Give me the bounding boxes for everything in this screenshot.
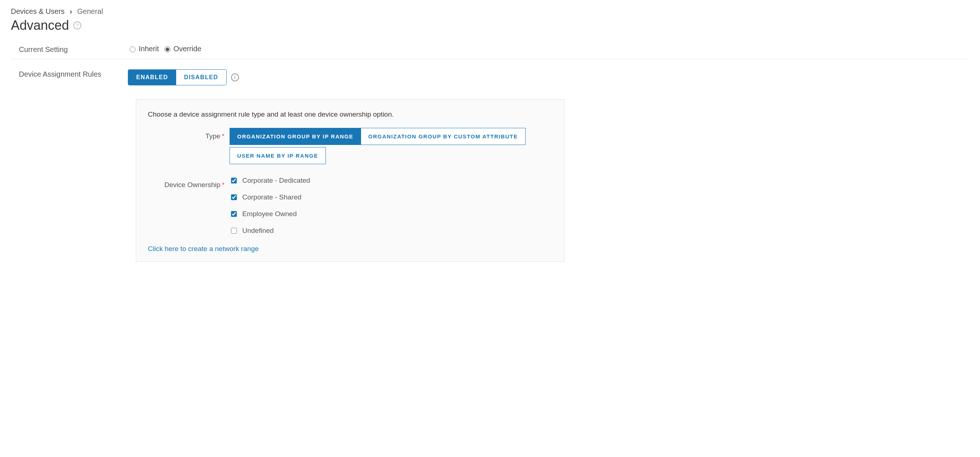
override-radio-label[interactable]: Override: [163, 45, 202, 53]
ownership-option-corporate-dedicated[interactable]: Corporate - Dedicated: [229, 177, 552, 185]
enabled-button[interactable]: ENABLED: [128, 70, 176, 85]
required-star-icon: *: [222, 181, 224, 188]
chevron-right-icon: ›: [70, 7, 72, 16]
inherit-radio[interactable]: [130, 46, 135, 52]
ownership-checkbox-corporate-dedicated[interactable]: [231, 178, 237, 183]
ownership-checkbox-employee-owned[interactable]: [231, 211, 237, 217]
override-radio[interactable]: [165, 46, 170, 52]
required-star-icon: *: [222, 132, 224, 140]
device-assignment-rules-row: Device Assignment Rules ENABLED DISABLED…: [11, 59, 969, 91]
type-org-attr-button[interactable]: ORGANIZATION GROUP BY CUSTOM ATTRIBUTE: [361, 128, 526, 145]
type-field-row: Type* ORGANIZATION GROUP BY IP RANGE ORG…: [148, 128, 552, 166]
ownership-checkbox-undefined[interactable]: [231, 228, 237, 234]
breadcrumb-current: General: [77, 7, 103, 16]
current-setting-row: Current Setting Inherit Override: [11, 40, 969, 59]
disabled-button[interactable]: DISABLED: [176, 70, 226, 85]
device-ownership-field-label: Device Ownership*: [148, 177, 229, 189]
breadcrumb: Devices & Users › General: [11, 7, 969, 16]
inherit-radio-text: Inherit: [139, 45, 159, 53]
ownership-option-undefined[interactable]: Undefined: [229, 227, 552, 235]
ownership-checkbox-corporate-shared[interactable]: [231, 194, 237, 200]
type-user-ip-button[interactable]: USER NAME BY IP RANGE: [229, 147, 326, 164]
help-icon[interactable]: ?: [73, 21, 81, 29]
ownership-label-text: Corporate - Dedicated: [242, 177, 310, 185]
breadcrumb-parent[interactable]: Devices & Users: [11, 7, 65, 16]
type-org-ip-button[interactable]: ORGANIZATION GROUP BY IP RANGE: [229, 128, 361, 145]
current-setting-radio-group: Inherit Override: [128, 45, 969, 53]
ownership-label-text: Corporate - Shared: [242, 193, 301, 201]
ownership-label-text: Employee Owned: [242, 210, 297, 218]
info-icon[interactable]: i: [231, 73, 239, 81]
device-assignment-rules-label: Device Assignment Rules: [19, 68, 128, 78]
assignment-rules-toggle: ENABLED DISABLED: [128, 69, 227, 85]
type-field-label: Type*: [148, 128, 229, 140]
rules-panel: Choose a device assignment rule type and…: [136, 99, 565, 262]
page-title: Advanced: [11, 18, 69, 33]
create-network-range-link[interactable]: Click here to create a network range: [148, 245, 259, 253]
device-ownership-checkbox-list: Corporate - Dedicated Corporate - Shared…: [229, 177, 552, 235]
current-setting-label: Current Setting: [19, 43, 128, 54]
type-segmented-group-row2: USER NAME BY IP RANGE: [229, 147, 552, 166]
panel-instruction: Choose a device assignment rule type and…: [148, 110, 552, 118]
inherit-radio-label[interactable]: Inherit: [128, 45, 159, 53]
ownership-option-corporate-shared[interactable]: Corporate - Shared: [229, 193, 552, 201]
ownership-label-text: Undefined: [242, 227, 274, 235]
override-radio-text: Override: [173, 45, 202, 53]
type-segmented-group: ORGANIZATION GROUP BY IP RANGE ORGANIZAT…: [229, 128, 552, 147]
device-ownership-field-row: Device Ownership* Corporate - Dedicated …: [148, 177, 552, 235]
ownership-option-employee-owned[interactable]: Employee Owned: [229, 210, 552, 218]
